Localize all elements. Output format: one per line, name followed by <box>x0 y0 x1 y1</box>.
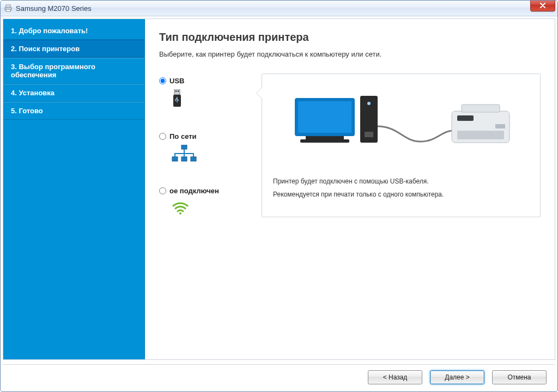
svg-rect-15 <box>300 139 349 143</box>
cancel-button[interactable]: Отмена <box>492 370 547 384</box>
sidebar-step-welcome[interactable]: 1. Добро пожаловать! <box>3 22 144 40</box>
installer-window: Samsung M2070 Series 1. Добро пожаловать… <box>0 0 558 392</box>
connection-options: USB <box>159 74 246 217</box>
svg-rect-23 <box>495 124 505 128</box>
next-button[interactable]: Далее > <box>430 370 484 384</box>
option-usb[interactable]: USB <box>159 77 246 111</box>
option-network[interactable]: По сети <box>159 132 246 165</box>
close-button[interactable] <box>530 0 555 11</box>
usb-device-icon <box>171 89 183 111</box>
titlebar: Samsung M2070 Series <box>1 1 557 16</box>
option-wireless-label: ое подключен <box>169 187 219 195</box>
svg-point-11 <box>179 212 181 215</box>
radio-usb[interactable] <box>159 77 166 84</box>
sidebar: 1. Добро пожаловать! 2. Поиск принтеров … <box>3 19 145 359</box>
description-panel: Принтер будет подключен с помощью USB-ка… <box>262 74 541 217</box>
svg-rect-20 <box>462 105 500 112</box>
svg-rect-21 <box>457 131 504 139</box>
footer: < Назад Далее > Отмена <box>3 364 555 389</box>
wifi-icon <box>171 199 190 216</box>
back-button[interactable]: < Назад <box>368 370 422 384</box>
option-wireless[interactable]: ое подключен <box>159 187 246 216</box>
radio-network[interactable] <box>159 133 166 140</box>
option-usb-label: USB <box>169 77 184 85</box>
main: Тип подключения принтера Выберите, как п… <box>145 19 555 359</box>
svg-rect-10 <box>191 157 196 161</box>
network-topology-icon <box>171 145 197 165</box>
description-line-1: Принтер будет подключен с помощью USB-ка… <box>273 177 529 185</box>
window-title: Samsung M2070 Series <box>16 4 92 13</box>
svg-point-17 <box>367 102 371 105</box>
svg-rect-4 <box>175 90 177 92</box>
svg-rect-5 <box>178 90 179 92</box>
svg-rect-8 <box>172 157 178 161</box>
svg-rect-2 <box>6 9 10 11</box>
svg-rect-9 <box>181 157 187 161</box>
svg-rect-18 <box>365 132 373 137</box>
svg-rect-3 <box>174 89 180 95</box>
body: 1. Добро пожаловать! 2. Поиск принтеров … <box>3 19 555 360</box>
usb-connection-diagram <box>273 83 529 164</box>
content-row: USB <box>159 74 541 217</box>
page-subtitle: Выберите, как принтер будет подключаться… <box>159 50 541 58</box>
titlebar-buttons <box>530 0 555 11</box>
sidebar-step-search[interactable]: 2. Поиск принтеров <box>3 40 144 58</box>
printer-icon <box>4 4 13 13</box>
svg-rect-1 <box>6 5 10 7</box>
svg-rect-14 <box>306 136 344 139</box>
radio-wireless[interactable] <box>159 187 166 194</box>
sidebar-step-software[interactable]: 3. Выбор программного обеспечения <box>3 58 144 84</box>
option-network-label: По сети <box>169 132 197 140</box>
description-line-2: Рекомендуется при печати только с одного… <box>273 191 529 198</box>
close-icon <box>539 3 546 8</box>
svg-rect-13 <box>298 101 351 133</box>
sidebar-step-done[interactable]: 5. Готово <box>3 102 144 120</box>
svg-rect-22 <box>457 115 474 121</box>
page-heading: Тип подключения принтера <box>159 31 541 44</box>
svg-rect-7 <box>181 145 187 149</box>
sidebar-step-install[interactable]: 4. Установка <box>3 84 144 102</box>
